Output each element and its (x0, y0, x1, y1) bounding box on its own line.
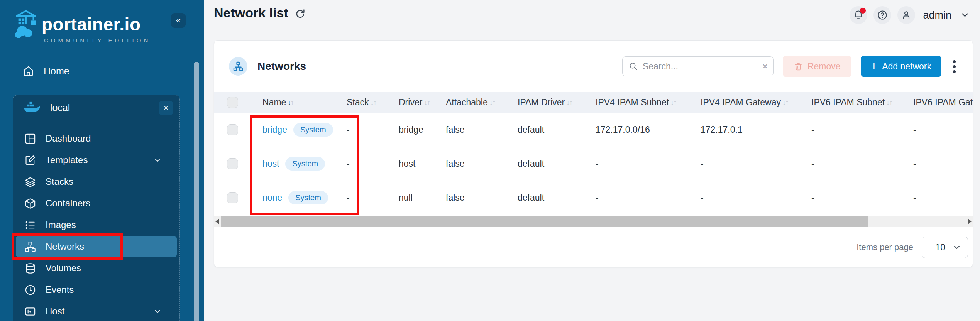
table-row-bridge: bridgeSystem-bridgefalsedefault172.17.0.… (214, 113, 973, 147)
row-checkbox[interactable] (227, 158, 238, 169)
sidebar-item-label: Events (46, 284, 74, 295)
images-icon (24, 219, 36, 231)
cell-attachable: false (443, 159, 515, 169)
user-name: admin (923, 9, 951, 21)
user-menu-chevron-icon[interactable] (960, 10, 970, 20)
cell-ipv4-subnet: - (592, 193, 697, 203)
brand-logo[interactable]: portainer.io COMMUNITY EDITION (14, 8, 151, 44)
notifications-button[interactable] (850, 6, 867, 24)
cell-ipv6-subnet: - (808, 193, 910, 203)
column-header-name[interactable]: Name↓↑ (251, 97, 344, 108)
column-header-stack[interactable]: Stack↓↑ (344, 97, 396, 108)
sidebar-item-templates[interactable]: Templates (16, 149, 177, 171)
sidebar-item-label: Networks (46, 241, 84, 252)
cell-attachable: false (443, 193, 515, 203)
column-header-ipam-driver[interactable]: IPAM Driver↓↑ (515, 97, 592, 108)
user-icon (901, 10, 912, 20)
sidebar-item-containers[interactable]: Containers (16, 193, 177, 214)
cell-ipam-driver: default (515, 125, 592, 135)
events-icon (24, 284, 36, 296)
network-link[interactable]: bridge (262, 125, 287, 135)
search-icon (629, 62, 638, 71)
column-header-attachable[interactable]: Attachable↓↑ (443, 97, 515, 108)
environment-name: local (50, 102, 70, 113)
search-input[interactable] (638, 61, 762, 72)
remove-button[interactable]: Remove (783, 56, 851, 77)
scrollbar-thumb[interactable] (221, 216, 868, 227)
cell-ipv4-subnet: - (592, 159, 697, 169)
sidebar-item-stacks[interactable]: Stacks (16, 171, 177, 193)
search-clear-icon[interactable]: × (762, 61, 768, 72)
sidebar-item-images[interactable]: Images (16, 214, 177, 236)
table-row-none: noneSystem-nullfalsedefault---- (214, 181, 973, 215)
panel-options-kebab-icon[interactable] (951, 58, 958, 75)
add-network-button[interactable]: + Add network (861, 56, 941, 77)
sort-arrows-icon: ↓↑ (782, 98, 788, 107)
user-avatar-button[interactable] (897, 6, 915, 24)
cell-ipv4-gateway: 172.17.0.1 (697, 125, 808, 135)
sidebar-item-label: Home (44, 66, 69, 77)
panel-header: Networks × Remove (214, 41, 973, 92)
row-checkbox[interactable] (227, 124, 238, 135)
header-checkbox-cell (214, 97, 251, 108)
sidebar-item-host[interactable]: Host (16, 301, 177, 321)
column-header-ipv4-ipam-subnet[interactable]: IPV4 IPAM Subnet↓↑ (592, 97, 697, 108)
row-checkbox-cell (214, 124, 251, 135)
refresh-icon[interactable] (295, 8, 306, 20)
row-checkbox[interactable] (227, 192, 238, 203)
cell-ipv6-subnet: - (808, 159, 910, 169)
cell-stack: - (344, 193, 396, 203)
sidebar-item-events[interactable]: Events (16, 279, 177, 301)
table-header-row: Name↓↑Stack↓↑Driver↓↑Attachable↓↑IPAM Dr… (214, 92, 973, 113)
cell-ipv6-subnet: - (808, 125, 910, 135)
trash-icon (794, 62, 803, 71)
environment-section: local × DashboardTemplatesStacksContaine… (13, 95, 180, 321)
items-per-page-label: Items per page (856, 242, 913, 252)
host-icon (24, 306, 36, 318)
docker-whale-icon (23, 101, 40, 114)
horizontal-scrollbar[interactable] (214, 216, 973, 227)
cell-driver: host (396, 159, 443, 169)
row-checkbox-cell (214, 192, 251, 203)
panel-title: Networks (257, 60, 306, 73)
collapse-icon: « (176, 15, 181, 25)
cell-ipam-driver: default (515, 159, 592, 169)
sidebar-item-dashboard[interactable]: Dashboard (16, 128, 177, 149)
sidebar-scrollbar[interactable] (194, 62, 199, 321)
templates-icon (24, 154, 36, 166)
scroll-left-arrow-icon[interactable] (215, 218, 219, 225)
column-header-ipv4-ipam-gateway[interactable]: IPV4 IPAM Gateway↓↑ (697, 97, 808, 108)
cell-ipv4-subnet: 172.17.0.0/16 (592, 125, 697, 135)
sidebar: portainer.io COMMUNITY EDITION « Home lo… (0, 0, 204, 321)
sidebar-collapse-button[interactable]: « (171, 13, 186, 28)
items-per-page-select[interactable]: 10 (922, 237, 968, 258)
sidebar-item-networks[interactable]: Networks (16, 236, 177, 257)
select-all-checkbox[interactable] (227, 97, 238, 108)
environment-menu: DashboardTemplatesStacksContainersImages… (13, 128, 179, 321)
column-header-ipv6-ipam-subnet[interactable]: IPV6 IPAM Subnet↓↑ (808, 97, 910, 108)
remove-button-label: Remove (807, 61, 841, 72)
sidebar-item-label: Dashboard (46, 133, 91, 144)
system-badge: System (293, 123, 333, 137)
sidebar-item-home[interactable]: Home (0, 63, 185, 79)
cell-ipv4-gateway: - (697, 159, 808, 169)
network-link[interactable]: none (262, 193, 282, 203)
sidebar-item-volumes[interactable]: Volumes (16, 257, 177, 279)
networks-panel: Networks × Remove (214, 40, 973, 267)
network-icon (233, 61, 244, 72)
search-box: × (622, 56, 774, 76)
cell-driver: bridge (396, 125, 443, 135)
panel-footer: Items per page 10 (214, 227, 973, 267)
cell-ipam-driver: default (515, 193, 592, 203)
network-link[interactable]: host (262, 159, 279, 169)
help-button[interactable] (873, 6, 891, 24)
scroll-right-arrow-icon[interactable] (968, 218, 972, 225)
table-body: bridgeSystem-bridgefalsedefault172.17.0.… (214, 113, 973, 215)
column-header-ipv6-ipam-gateway[interactable]: IPV6 IPAM Gateway↓↑ (910, 97, 973, 108)
sort-arrows-icon: ↓↑ (288, 98, 293, 107)
environment-header[interactable]: local × (13, 95, 179, 120)
column-header-driver[interactable]: Driver↓↑ (396, 97, 443, 108)
environment-close-button[interactable]: × (159, 101, 173, 115)
volumes-icon (24, 262, 36, 274)
networks-table: Name↓↑Stack↓↑Driver↓↑Attachable↓↑IPAM Dr… (214, 92, 973, 227)
